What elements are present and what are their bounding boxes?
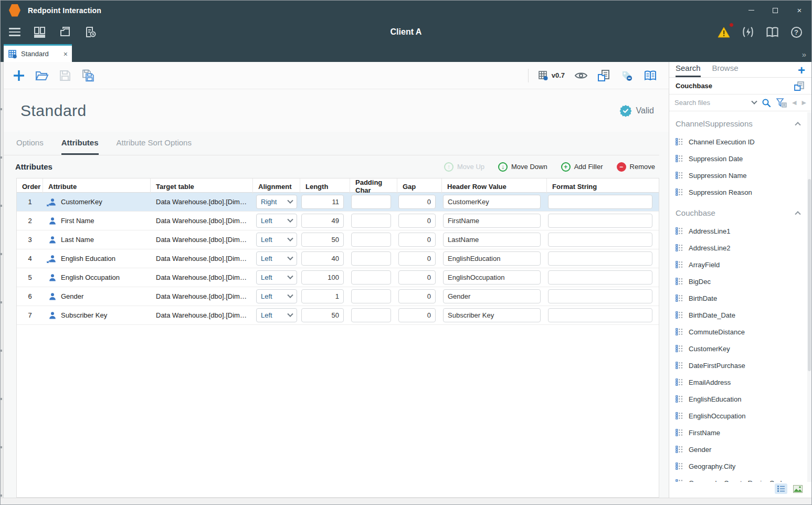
padding-char-input[interactable] — [351, 233, 391, 247]
field-item[interactable]: CommuteDistance — [669, 323, 807, 340]
gap-input[interactable] — [398, 195, 436, 209]
alignment-dropdown[interactable]: Left — [256, 270, 297, 285]
alerts-button[interactable] — [716, 24, 732, 40]
table-row[interactable]: 4 English Education Data Warehouse.[dbo]… — [17, 249, 659, 268]
format-string-input[interactable] — [548, 233, 652, 247]
open-button[interactable] — [35, 70, 49, 81]
field-item[interactable]: AddressLine2 — [669, 239, 807, 256]
version-indicator[interactable]: v0.7 — [538, 70, 565, 81]
table-row[interactable]: 1 CustomerKey Data Warehouse.[dbo].[DimC… — [17, 193, 659, 212]
collapse-chevron-icon[interactable] — [795, 122, 800, 128]
field-item[interactable]: Geography.City — [669, 458, 807, 475]
recent-files-button[interactable] — [82, 24, 98, 40]
close-button[interactable]: × — [787, 1, 811, 20]
format-string-input[interactable] — [548, 270, 652, 285]
length-input[interactable] — [301, 214, 344, 228]
header-row-value-input[interactable] — [443, 308, 541, 322]
format-string-input[interactable] — [548, 308, 652, 322]
field-item[interactable]: Suppression Name — [669, 167, 807, 184]
column-header-header-row-value[interactable]: Header Row Value — [442, 178, 547, 194]
list-view-button[interactable] — [775, 483, 787, 494]
add-filler-button[interactable]: + Add Filler — [561, 162, 603, 172]
connections-button[interactable] — [740, 24, 756, 40]
field-item[interactable]: FirstName — [669, 424, 807, 441]
source-folder-icon[interactable] — [794, 81, 805, 91]
field-item[interactable]: Suppression Reason — [669, 184, 807, 201]
table-row[interactable]: 5 English Occupation Data Warehouse.[dbo… — [17, 268, 659, 287]
padding-char-input[interactable] — [351, 214, 391, 228]
sidebar-add-icon[interactable]: + — [798, 65, 805, 77]
save-as-button[interactable] — [81, 69, 95, 82]
column-header-order[interactable]: Order — [17, 178, 43, 194]
header-row-value-input[interactable] — [443, 251, 541, 266]
search-icon[interactable] — [762, 98, 771, 108]
collapse-chevron-icon[interactable] — [795, 211, 800, 217]
maximize-button[interactable] — [763, 1, 787, 20]
field-item[interactable]: EnglishEducation — [669, 391, 807, 407]
format-string-input[interactable] — [548, 195, 652, 209]
preview-button[interactable] — [574, 71, 588, 80]
table-row[interactable]: 2 First Name Data Warehouse.[dbo].[DimCu… — [17, 212, 659, 230]
tab-overflow-icon[interactable]: » — [802, 50, 806, 59]
horizontal-scrollbar[interactable] — [1, 498, 811, 504]
header-row-value-input[interactable] — [443, 289, 541, 303]
alignment-dropdown[interactable]: Left — [256, 251, 297, 266]
padding-char-input[interactable] — [351, 195, 391, 209]
gap-input[interactable] — [398, 270, 436, 285]
search-history-chevron-icon[interactable] — [751, 98, 757, 104]
length-input[interactable] — [301, 251, 344, 266]
save-button[interactable] — [59, 70, 71, 81]
padding-char-input[interactable] — [351, 289, 391, 303]
field-item[interactable]: CustomerKey — [669, 340, 807, 357]
field-item[interactable]: EnglishOccupation — [669, 407, 807, 424]
padding-char-input[interactable] — [351, 270, 391, 285]
documentation-button[interactable] — [764, 24, 780, 40]
gap-input[interactable] — [398, 289, 436, 303]
padding-char-input[interactable] — [351, 251, 391, 266]
nav-back-icon[interactable]: ◀ — [792, 99, 796, 106]
scrollbar-thumb[interactable] — [808, 179, 811, 371]
column-header-alignment[interactable]: Alignment — [253, 178, 300, 194]
header-row-value-input[interactable] — [443, 214, 541, 228]
gap-input[interactable] — [398, 251, 436, 266]
reference-button[interactable] — [644, 70, 657, 81]
sidebar-tab-search[interactable]: Search — [676, 64, 701, 77]
header-row-value-input[interactable] — [443, 270, 541, 285]
filter-icon[interactable] — [776, 98, 787, 108]
new-document-button[interactable] — [57, 24, 73, 40]
field-item[interactable]: Geography.CountryRegionCode — [669, 475, 807, 482]
minimize-button[interactable] — [739, 1, 763, 20]
field-item[interactable]: AddressLine1 — [669, 223, 807, 239]
field-item[interactable]: Gender — [669, 441, 807, 458]
length-input[interactable] — [301, 195, 344, 209]
padding-char-input[interactable] — [351, 308, 391, 322]
alignment-dropdown[interactable]: Left — [256, 214, 297, 228]
copy-to-folder-button[interactable] — [597, 69, 611, 82]
remove-button[interactable]: − Remove — [617, 162, 655, 172]
new-button[interactable] — [13, 70, 25, 81]
field-item[interactable]: DateFirstPurchase — [669, 357, 807, 374]
column-header-target-table[interactable]: Target table — [151, 178, 253, 194]
group-header[interactable]: Couchbase — [669, 203, 807, 223]
column-header-gap[interactable]: Gap — [397, 178, 442, 194]
table-row[interactable]: 3 Last Name Data Warehouse.[dbo].[DimCus… — [17, 230, 659, 249]
field-item[interactable]: BirthDate_Date — [669, 307, 807, 323]
preview-view-button[interactable] — [792, 483, 804, 494]
gap-input[interactable] — [398, 214, 436, 228]
sidebar-tab-browse[interactable]: Browse — [712, 64, 739, 77]
table-row[interactable]: 6 Gender Data Warehouse.[dbo].[DimCusto.… — [17, 287, 659, 306]
length-input[interactable] — [301, 289, 344, 303]
format-string-input[interactable] — [548, 251, 652, 266]
gap-input[interactable] — [398, 233, 436, 247]
alignment-dropdown[interactable]: Left — [256, 289, 297, 303]
format-string-input[interactable] — [548, 214, 652, 228]
field-item[interactable]: EmailAddress — [669, 374, 807, 391]
field-item[interactable]: ArrayField — [669, 256, 807, 273]
column-header-padding-char[interactable]: Padding Char — [350, 178, 397, 194]
field-item[interactable]: Suppression Date — [669, 150, 807, 167]
length-input[interactable] — [301, 233, 344, 247]
length-input[interactable] — [301, 308, 344, 322]
tags-button[interactable] — [620, 69, 634, 82]
tab-standard[interactable]: Standard × — [4, 44, 72, 62]
tab-close-icon[interactable]: × — [64, 50, 68, 58]
